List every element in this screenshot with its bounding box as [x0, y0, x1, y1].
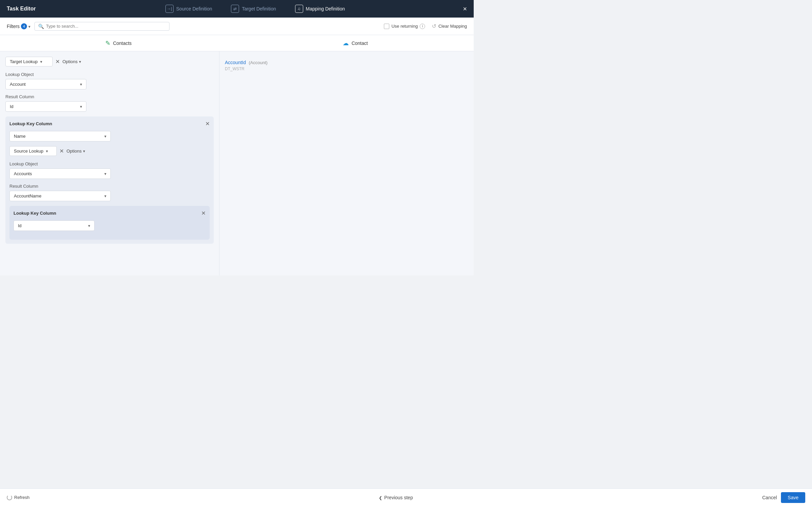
nested-lookup-key-title: Lookup Key Column [14, 211, 56, 216]
result-column-chevron [80, 104, 82, 109]
use-returning-option: Use returning i [384, 24, 425, 29]
close-button[interactable]: × [463, 5, 467, 13]
nested-lookup-key-box: Lookup Key Column ✕ Id [9, 206, 210, 240]
name-field-chevron [104, 134, 106, 139]
tab-target-definition[interactable]: ⇄ Target Definition [228, 3, 279, 14]
type-dropdown-clear-button[interactable]: ✕ [55, 58, 60, 65]
target-name: Contact [351, 41, 368, 46]
nested-lookup-object-dropdown[interactable]: Accounts [9, 168, 111, 179]
name-field-dropdown[interactable]: Name [9, 131, 111, 141]
nested-lookup-object-section: Lookup Object Accounts [9, 161, 210, 179]
left-panel: Target Lookup ✕ Options Lookup Object Ac… [0, 51, 219, 275]
right-panel: AccountId (Account) DT_WSTR [219, 51, 474, 275]
lookup-key-column-box: Lookup Key Column ✕ Name Source Lookup ✕… [5, 116, 214, 244]
lookup-key-close-button[interactable]: ✕ [205, 121, 210, 127]
nested-id-field-chevron [88, 223, 90, 228]
lookup-object-chevron [80, 82, 82, 87]
type-dropdown[interactable]: Target Lookup [5, 57, 53, 66]
lookup-object-section: Lookup Object Account [5, 72, 214, 89]
search-box: 🔍 [34, 22, 169, 31]
use-returning-checkbox[interactable] [384, 24, 389, 29]
right-field-account: (Account) [249, 60, 268, 65]
target-section: ☁ Contact [237, 39, 474, 47]
search-input[interactable] [46, 24, 166, 29]
nested-result-column-label: Result Column [9, 184, 210, 189]
search-icon: 🔍 [38, 24, 44, 29]
tab-source-definition[interactable]: →| Source Definition [163, 3, 215, 14]
toolbar: Filters 4 🔍 Use returning i ↺ Clear Mapp… [0, 18, 474, 35]
result-column-label: Result Column [5, 94, 214, 99]
filter-count-badge: 4 [21, 23, 27, 29]
right-field-name: AccountId (Account) [225, 59, 468, 65]
target-definition-icon: ⇄ [231, 5, 239, 13]
name-field-section: Name [9, 131, 210, 141]
result-column-dropdown[interactable]: Id [5, 101, 86, 112]
nested-id-field-dropdown[interactable]: Id [14, 220, 95, 231]
nested-lookup-object-chevron [104, 171, 106, 176]
nested-result-column-dropdown[interactable]: AccountName [9, 191, 111, 201]
lookup-object-dropdown[interactable]: Account [5, 79, 86, 89]
nested-result-column-section: Result Column AccountName [9, 184, 210, 201]
nested-lookup-object-label: Lookup Object [9, 161, 210, 166]
source-name: Contacts [113, 41, 132, 46]
top-dropdown-row: Target Lookup ✕ Options [5, 57, 214, 66]
source-definition-icon: →| [165, 5, 174, 13]
source-lookup-options-button[interactable]: Options [67, 149, 85, 154]
options-chevron-icon [79, 59, 81, 64]
tab-mapping-definition[interactable]: ♫ Mapping Definition [292, 3, 348, 14]
lookup-key-title: Lookup Key Column [9, 121, 52, 126]
source-section: ✎ Contacts [0, 39, 237, 47]
nested-lookup-key-header: Lookup Key Column ✕ [14, 210, 206, 216]
clear-mapping-button[interactable]: ↺ Clear Mapping [432, 23, 467, 29]
source-icon: ✎ [105, 39, 110, 47]
options-button[interactable]: Options [62, 59, 81, 64]
source-target-bar: ✎ Contacts ☁ Contact [0, 35, 474, 51]
filters-button[interactable]: Filters 4 [7, 23, 30, 29]
source-lookup-chevron [46, 149, 48, 154]
nested-result-column-chevron [104, 193, 106, 198]
right-field-type: DT_WSTR [225, 66, 468, 71]
source-lookup-row: Source Lookup ✕ Options [9, 146, 210, 156]
lookup-key-header: Lookup Key Column ✕ [9, 121, 210, 127]
lookup-object-label: Lookup Object [5, 72, 214, 77]
title-bar: Task Editor →| Source Definition ⇄ Targe… [0, 0, 474, 18]
field-item: AccountId (Account) DT_WSTR [225, 57, 468, 74]
nested-lookup-key-close-button[interactable]: ✕ [201, 210, 206, 216]
nested-id-field-section: Id [14, 220, 206, 231]
source-lookup-options-chevron [83, 149, 85, 154]
mapping-definition-icon: ♫ [295, 5, 303, 13]
type-dropdown-chevron [40, 59, 42, 64]
target-cloud-icon: ☁ [343, 39, 349, 47]
app-title: Task Editor [7, 6, 47, 12]
result-column-section: Result Column Id [5, 94, 214, 112]
main-content: Target Lookup ✕ Options Lookup Object Ac… [0, 51, 474, 275]
filter-chevron-icon [28, 24, 30, 29]
use-returning-info-icon[interactable]: i [420, 24, 425, 29]
source-lookup-clear-button[interactable]: ✕ [59, 148, 64, 154]
clear-mapping-icon: ↺ [432, 23, 436, 29]
toolbar-right: Use returning i ↺ Clear Mapping [384, 23, 467, 29]
title-tabs: →| Source Definition ⇄ Target Definition… [61, 3, 449, 14]
source-lookup-dropdown[interactable]: Source Lookup [9, 146, 57, 156]
